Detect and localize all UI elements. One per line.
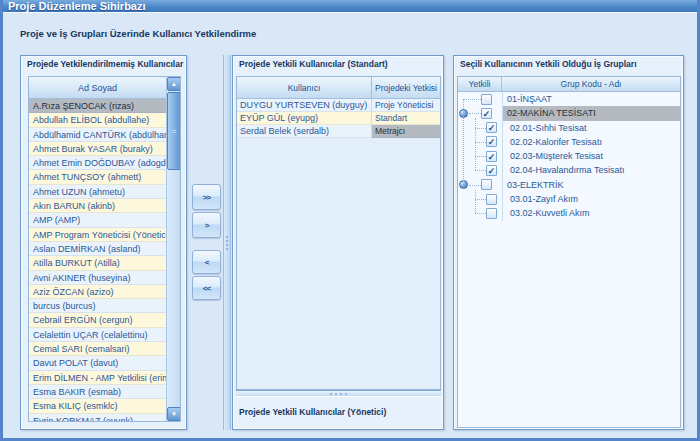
user-row[interactable]: Evrin KORKMAZ (evunk) [29, 414, 166, 421]
authorized-users-list: DUYGU YURTSEVEN (duyguy)Proje Yöneticisi… [237, 99, 440, 389]
work-group-row[interactable]: ✓02.01-Sıhhi Tesisat [458, 121, 680, 135]
tree-indicator-cell: ✓ [458, 106, 502, 120]
user-cell[interactable]: DUYGU YURTSEVEN (duyguy) [237, 99, 372, 112]
user-row[interactable]: Akın BARUN (akinb) [29, 199, 166, 213]
user-row[interactable]: Abdülhamid CANTÜRK (abdülhamidc) [29, 128, 166, 142]
tree-connector [469, 185, 481, 186]
tree-indicator-cell [458, 178, 502, 192]
user-row[interactable]: AMP Program Yöneticisi (Yönetici) [29, 228, 166, 242]
column-header-ad-soyad[interactable]: Ad Soyad [29, 77, 166, 99]
work-group-row[interactable]: 03-ELEKTRİK [458, 178, 680, 192]
tree-connector [475, 170, 486, 171]
work-group-label[interactable]: 01-İNŞAAT [502, 92, 680, 106]
tree-connector [469, 113, 481, 114]
user-row[interactable]: burcus (burcus) [29, 299, 166, 313]
user-row[interactable]: Aslan DEMİRKAN (asland) [29, 242, 166, 256]
column-header-kullanici[interactable]: Kullanıcı [237, 77, 372, 99]
move-all-right-button[interactable]: >> [192, 184, 221, 210]
work-groups-panel-title: Seçili Kullanıcının Yetkili Olduğu İş Gr… [460, 59, 637, 69]
work-group-label[interactable]: 02.02-Kalorifer Tesisatı [502, 135, 680, 149]
work-group-label[interactable]: 02.01-Sıhhi Tesisat [502, 121, 680, 135]
work-group-label[interactable]: 03.01-Zayıf Akım [502, 192, 680, 206]
work-groups-panel: Seçili Kullanıcının Yetkili Olduğu İş Gr… [453, 55, 684, 430]
window-title: Proje Düzenleme Sihirbazı [8, 0, 146, 12]
user-row[interactable]: Esma BAKIR (esmab) [29, 385, 166, 399]
user-row[interactable]: Cebrail ERGÜN (cergun) [29, 313, 166, 327]
user-row[interactable]: Erim DİLMEN - AMP Yetkilisi (erimd) [29, 371, 166, 385]
vertical-splitter[interactable] [223, 55, 231, 430]
unauthorized-users-list: A.Rıza ŞENOCAK (rizas)Abdullah ELİBOL (a… [29, 99, 166, 421]
vertical-scrollbar[interactable]: ▲ = ▼ [166, 77, 180, 421]
tree-indicator-cell: ✓ [458, 149, 502, 163]
work-group-row[interactable]: 03.01-Zayıf Akım [458, 192, 680, 206]
tree-indicator-cell: ✓ [458, 121, 502, 135]
checked-checkbox[interactable]: ✓ [486, 165, 497, 176]
horizontal-splitter[interactable] [236, 390, 441, 397]
work-group-label[interactable]: 02.04-Havalandırma Tesisatı [502, 163, 680, 177]
user-cell[interactable]: EYÜP GÜL (eyupg) [237, 112, 372, 125]
work-groups-tree: Yetkili Grup Kodu - Adı 01-İNŞAAT✓02-MAK… [457, 76, 681, 428]
user-row[interactable]: Atilla BURKUT (Atilla) [29, 256, 166, 270]
move-all-left-button[interactable]: << [192, 276, 221, 300]
checked-checkbox[interactable]: ✓ [486, 151, 497, 162]
manager-users-panel-title[interactable]: Projede Yetkili Kullanıcılar (Yönetici) [239, 407, 386, 417]
checked-checkbox[interactable]: ✓ [481, 108, 492, 119]
unchecked-checkbox[interactable] [481, 179, 492, 190]
user-cell[interactable]: Serdal Belek (serdalb) [237, 125, 372, 138]
user-row[interactable]: Ahmet UZUN (ahmetu) [29, 185, 166, 199]
checked-checkbox[interactable]: ✓ [486, 136, 497, 147]
authorized-grid-header: Kullanıcı Projedeki Yetkisi [237, 77, 440, 99]
unchecked-checkbox[interactable] [486, 208, 497, 219]
tree-indicator-cell [458, 206, 502, 220]
user-row[interactable]: Esma KILIÇ (esmklc) [29, 399, 166, 413]
work-group-row[interactable]: 01-İNŞAAT [458, 92, 680, 106]
user-row[interactable]: Ahmet Burak YASAR (buraky) [29, 142, 166, 156]
column-header-yetkili[interactable]: Yetkili [458, 77, 502, 91]
unauthorized-users-grid: Ad Soyad A.Rıza ŞENOCAK (rizas)Abdullah … [28, 76, 181, 422]
move-right-button[interactable]: > [192, 212, 221, 238]
work-group-row[interactable]: 03.02-Kuvvetli Akım [458, 206, 680, 220]
user-row[interactable]: A.Rıza ŞENOCAK (rizas) [29, 99, 166, 113]
user-row[interactable]: Davut POLAT (davut) [29, 356, 166, 370]
authorized-user-row[interactable]: EYÜP GÜL (eyupg)Standart [237, 112, 440, 125]
work-group-label[interactable]: 03-ELEKTRİK [502, 178, 680, 192]
user-row[interactable]: AMP (AMP) [29, 213, 166, 227]
scrollbar-thumb[interactable]: = [167, 92, 181, 170]
column-header-grup-kodu-adi[interactable]: Grup Kodu - Adı [502, 77, 680, 91]
page-title: Proje ve İş Grupları Üzerinde Kullanıcı … [20, 28, 256, 39]
tree-indicator-cell [458, 192, 502, 206]
work-group-label[interactable]: 02.03-Müşterek Tesisat [502, 149, 680, 163]
role-cell[interactable]: Proje Yöneticisi [372, 99, 440, 112]
unchecked-checkbox[interactable] [481, 94, 492, 105]
user-row[interactable]: Cemal SARI (cemalsari) [29, 342, 166, 356]
work-group-row[interactable]: ✓02-MAKİNA TESİSATI [458, 106, 680, 120]
work-group-row[interactable]: ✓02.04-Havalandırma Tesisatı [458, 163, 680, 177]
scroll-down-button[interactable]: ▼ [167, 407, 181, 421]
user-row[interactable]: Ahmet Emin DOĞDUBAY (adogdubay) [29, 156, 166, 170]
work-group-row[interactable]: ✓02.03-Müşterek Tesisat [458, 149, 680, 163]
tree-branch-line [463, 99, 464, 185]
unauthorized-users-panel-title: Projede Yetkilendirilmemiş Kullanıcılar [27, 59, 183, 69]
work-group-row[interactable]: ✓02.02-Kalorifer Tesisatı [458, 135, 680, 149]
user-row[interactable]: Celalettin UÇAR (celalettinu) [29, 328, 166, 342]
tree-indicator-cell: ✓ [458, 135, 502, 149]
scroll-up-button[interactable]: ▲ [167, 77, 181, 91]
user-row[interactable]: Aziz ÖZCAN (azizo) [29, 285, 166, 299]
authorized-users-grid: Kullanıcı Projedeki Yetkisi DUYGU YURTSE… [236, 76, 441, 390]
project-wizard-window: Proje Düzenleme Sihirbazı Proje ve İş Gr… [0, 0, 700, 441]
unchecked-checkbox[interactable] [486, 194, 497, 205]
authorized-user-row[interactable]: Serdal Belek (serdalb)Metrajcı [237, 125, 440, 138]
move-left-button[interactable]: < [192, 250, 221, 274]
user-row[interactable]: Abdullah ELİBOL (abdullahe) [29, 113, 166, 127]
role-cell[interactable]: Metrajcı [372, 125, 440, 138]
authorized-user-row[interactable]: DUYGU YURTSEVEN (duyguy)Proje Yöneticisi [237, 99, 440, 112]
window-titlebar[interactable]: Proje Düzenleme Sihirbazı [0, 0, 700, 13]
role-cell[interactable]: Standart [372, 112, 440, 125]
user-row[interactable]: Avni AKINER (huseyina) [29, 271, 166, 285]
user-row[interactable]: Ahmet TUNÇSOY (ahmett) [29, 170, 166, 184]
work-group-label[interactable]: 03.02-Kuvvetli Akım [502, 206, 680, 220]
checked-checkbox[interactable]: ✓ [486, 122, 497, 133]
unauthorized-users-panel: Projede Yetkilendirilmemiş Kullanıcılar … [20, 55, 187, 430]
column-header-projedeki-yetkisi[interactable]: Projedeki Yetkisi [372, 77, 440, 99]
work-group-label[interactable]: 02-MAKİNA TESİSATI [502, 106, 680, 120]
